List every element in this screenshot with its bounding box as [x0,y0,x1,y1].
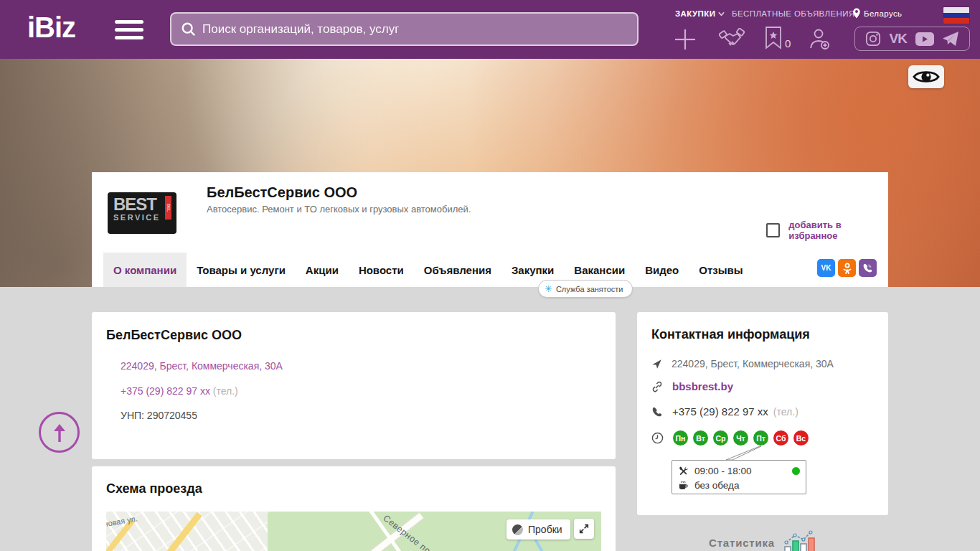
search-icon [181,22,197,37]
chevron-down-icon [718,11,725,17]
user-add-icon [808,27,831,50]
vk-badge-icon[interactable]: VK [817,259,835,277]
free-ads-link[interactable]: БЕСПЛАТНЫЕ ОБЪЯВЛЕНИЯ [732,9,855,18]
map-fullscreen-button[interactable] [574,519,594,539]
tab-about[interactable]: О компании [103,253,187,287]
tab-products[interactable]: Товары и услуги [187,253,296,287]
location-pin-icon [852,8,861,19]
handshake-icon [719,27,745,50]
header: iBiz ЗАКУПКИ БЕСПЛАТНЫЕ ОБЪЯВЛЕНИЯ Белар… [0,0,980,59]
working-days: Пн Вт Ср Чт Пт Сб Вс [673,430,809,446]
odnoklassniki-badge-icon[interactable] [838,259,856,277]
day-badge-thu[interactable]: Чт [733,430,748,446]
employment-service-label: Служба занятости [556,285,623,293]
contacts-title: Контактная информация [651,327,810,342]
tab-reviews[interactable]: Отзывы [689,253,753,287]
logo-word-best: BEST [113,196,171,213]
website-link[interactable]: bbsbrest.by [672,380,733,392]
map-card: Схема проезда иновая ул. Северное полуко… [92,466,616,551]
traffic-icon [512,524,523,535]
scroll-to-top-button[interactable] [39,412,80,453]
region-selector[interactable]: Беларусь [852,8,903,19]
tab-ads[interactable]: Объявления [414,253,501,287]
hours-value: 09:00 - 18:00 [694,466,752,476]
day-badge-sat[interactable]: Сб [773,430,788,446]
stats-title: Статистика [709,537,775,549]
clock-icon [651,432,664,444]
statistics-section[interactable]: Статистика [637,529,888,551]
expand-icon [578,523,590,534]
instagram-icon[interactable] [865,31,881,47]
lunch-value: без обеда [694,480,739,491]
favorite-label: добавить в избранное [788,220,888,241]
search-bar [170,12,639,46]
logo-word-bel: BEL [165,196,171,220]
partners-button[interactable] [719,27,745,53]
contact-card: Контактная информация 224029, Брест, Ком… [637,312,888,515]
eye-icon [913,68,940,85]
youtube-icon[interactable] [915,32,934,46]
tools-icon [678,466,689,476]
stats-chart-icon [782,529,816,551]
day-badge-sun[interactable]: Вс [793,430,809,446]
procurement-label: ЗАКУПКИ [675,9,715,18]
tab-news[interactable]: Новости [349,253,414,287]
company-description: Автосервис. Ремонт и ТО легковых и грузо… [207,204,471,215]
link-icon [651,381,663,392]
arrow-up-icon [51,422,68,443]
profile-button[interactable] [808,27,831,53]
ibiz-logo[interactable]: iBiz [27,11,75,44]
company-header-card: BEST SERVICE BEL БелБестСервис ООО Автос… [92,172,888,287]
day-badge-wed[interactable]: Ср [713,430,728,446]
bookmarks-button[interactable]: 0 [765,27,791,50]
phone-icon [651,406,663,418]
working-hours-popup: 09:00 - 18:00 без обеда [672,460,806,494]
company-tabs: О компании Товары и услуги Акции Новости… [92,253,888,287]
employment-service-tooltip: ✳ Служба занятости [538,280,633,298]
day-badge-fri[interactable]: Пт [753,430,768,446]
contact-address: 224029, Брест, Коммерческая, 30А [672,358,834,369]
tab-video[interactable]: Видео [635,253,689,287]
map-canvas[interactable]: иновая ул. Северное полукольцо Пробки [106,512,601,551]
company-logo[interactable]: BEST SERVICE BEL [108,192,176,234]
country-label: Беларусь [864,9,903,18]
free-ads-label: БЕСПЛАТНЫЕ ОБЪЯВЛЕНИЯ [732,9,855,18]
unp-label: УНП: 290720455 [121,410,197,421]
company-social-badges: VK [817,259,877,277]
contact-phone[interactable]: +375 (29) 822 97 xx [672,405,768,418]
about-phone-link[interactable]: +375 (29) 822 97 xx [121,385,210,397]
bookmark-star-icon [765,27,782,50]
tab-promos[interactable]: Акции [296,253,349,287]
navigation-arrow-icon [651,359,662,369]
phone-note: (тел.) [213,385,238,397]
logo-word-service: SERVICE [113,213,171,222]
plus-icon [673,27,697,52]
search-input[interactable] [197,14,637,44]
map-title: Схема проезда [106,481,202,496]
contact-phone-note: (тел.) [773,406,798,418]
day-badge-tue[interactable]: Вт [693,430,708,446]
hamburger-menu-icon[interactable] [115,20,143,40]
about-address-link[interactable]: 224029, Брест, Коммерческая, 30А [121,360,283,372]
about-title: БелБестСервис ООО [106,328,242,343]
coffee-icon [678,480,689,491]
header-social-links: VK [854,27,970,51]
open-status-dot [792,467,800,475]
favorite-checkbox[interactable] [766,223,780,237]
employment-service-icon: ✳ [545,283,552,294]
bookmark-count: 0 [785,37,791,50]
language-flag-russian[interactable] [943,7,969,24]
accessibility-version-button[interactable] [908,65,944,88]
page: iBiz ЗАКУПКИ БЕСПЛАТНЫЕ ОБЪЯВЛЕНИЯ Белар… [0,0,980,551]
traffic-label: Пробки [528,524,562,535]
add-to-favorites[interactable]: добавить в избранное [766,220,888,241]
company-name: БелБестСервис ООО [207,184,357,201]
procurement-menu[interactable]: ЗАКУПКИ [675,9,725,18]
viber-badge-icon[interactable] [859,259,877,277]
day-badge-mon[interactable]: Пн [673,430,688,446]
traffic-button[interactable]: Пробки [507,519,570,540]
telegram-icon[interactable] [942,31,959,47]
add-company-button[interactable] [673,27,697,55]
vk-icon[interactable]: VK [889,31,906,47]
about-card: БелБестСервис ООО 224029, Брест, Коммерч… [92,312,616,459]
